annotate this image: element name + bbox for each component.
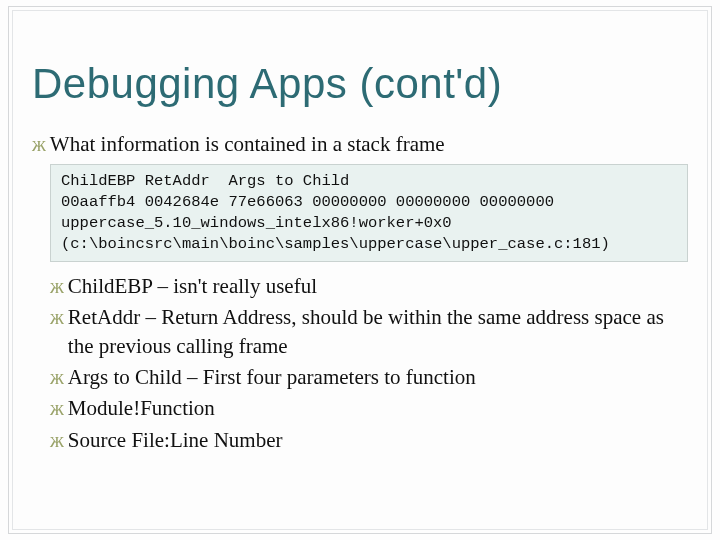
bullet-glyph: ж bbox=[50, 427, 64, 454]
code-line-1: ChildEBP RetAddr Args to Child bbox=[61, 172, 349, 190]
bullet-glyph: ж bbox=[50, 273, 64, 300]
list-item-text: RetAddr – Return Address, should be with… bbox=[68, 303, 688, 360]
bullet-glyph: ж bbox=[32, 131, 46, 158]
slide-title: Debugging Apps (cont'd) bbox=[32, 60, 688, 108]
list-item: ж ChildEBP – isn't really useful bbox=[50, 272, 688, 300]
lead-bullet: ж What information is contained in a sta… bbox=[32, 130, 688, 158]
list-item: ж RetAddr – Return Address, should be wi… bbox=[50, 303, 688, 360]
slide-content: Debugging Apps (cont'd) ж What informati… bbox=[32, 60, 688, 457]
code-line-4: (c:\boincsrc\main\boinc\samples\uppercas… bbox=[61, 235, 610, 253]
lead-bullet-text: What information is contained in a stack… bbox=[50, 130, 445, 158]
code-line-2: 00aaffb4 0042684e 77e66063 00000000 0000… bbox=[61, 193, 554, 211]
bullet-glyph: ж bbox=[50, 304, 64, 331]
list-item-text: Source File:Line Number bbox=[68, 426, 688, 454]
list-item: ж Source File:Line Number bbox=[50, 426, 688, 454]
code-sample: ChildEBP RetAddr Args to Child 00aaffb4 … bbox=[50, 164, 688, 262]
list-item: ж Args to Child – First four parameters … bbox=[50, 363, 688, 391]
list-item-text: ChildEBP – isn't really useful bbox=[68, 272, 688, 300]
list-item: ж Module!Function bbox=[50, 394, 688, 422]
list-item-text: Module!Function bbox=[68, 394, 688, 422]
sub-bullet-list: ж ChildEBP – isn't really useful ж RetAd… bbox=[32, 272, 688, 454]
list-item-text: Args to Child – First four parameters to… bbox=[68, 363, 688, 391]
bullet-glyph: ж bbox=[50, 395, 64, 422]
bullet-glyph: ж bbox=[50, 364, 64, 391]
code-line-3: uppercase_5.10_windows_intelx86!worker+0… bbox=[61, 214, 452, 232]
